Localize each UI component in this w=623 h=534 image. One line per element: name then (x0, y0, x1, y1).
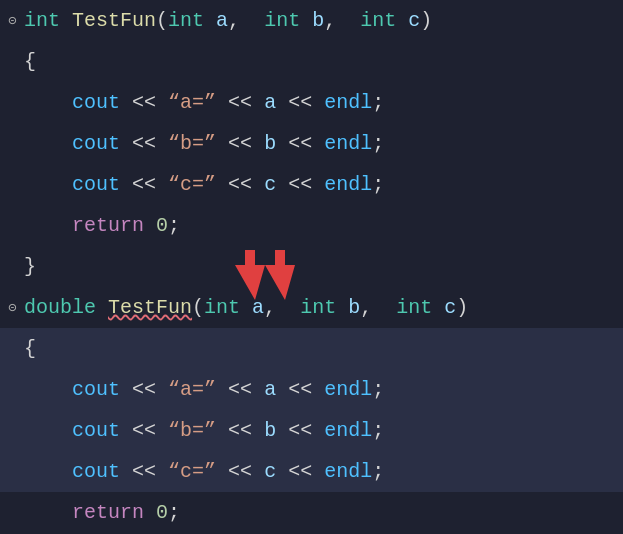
code-line-9: { (0, 328, 623, 369)
code-line-12: cout << “c=” << c << endl; (0, 451, 623, 492)
code-line-11: cout << “b=” << b << endl; (0, 410, 623, 451)
code-line-2: { (0, 41, 623, 82)
fn-testfun-2: TestFun (108, 296, 192, 319)
kw-double: double (24, 296, 96, 319)
fold-icon-8[interactable]: ⊝ (8, 299, 22, 316)
fn-testfun-1: TestFun (72, 9, 156, 32)
code-line-10: cout << “a=” << a << endl; (0, 369, 623, 410)
code-line-3: cout << “a=” << a << endl; (0, 82, 623, 123)
code-line-6: return 0; (0, 205, 623, 246)
code-line-4: cout << “b=” << b << endl; (0, 123, 623, 164)
kw-int-1: int (24, 9, 60, 32)
code-line-7: } (0, 246, 623, 287)
code-line-8: ⊝double TestFun(int a, int b, int c) (0, 287, 623, 328)
code-line-1: ⊝int TestFun(int a, int b, int c) (0, 0, 623, 41)
code-line-5: cout << “c=” << c << endl; (0, 164, 623, 205)
code-line-13: return 0; (0, 492, 623, 533)
fold-icon-1[interactable]: ⊝ (8, 12, 22, 29)
code-editor: ⊝int TestFun(int a, int b, int c) { cout… (0, 0, 623, 534)
